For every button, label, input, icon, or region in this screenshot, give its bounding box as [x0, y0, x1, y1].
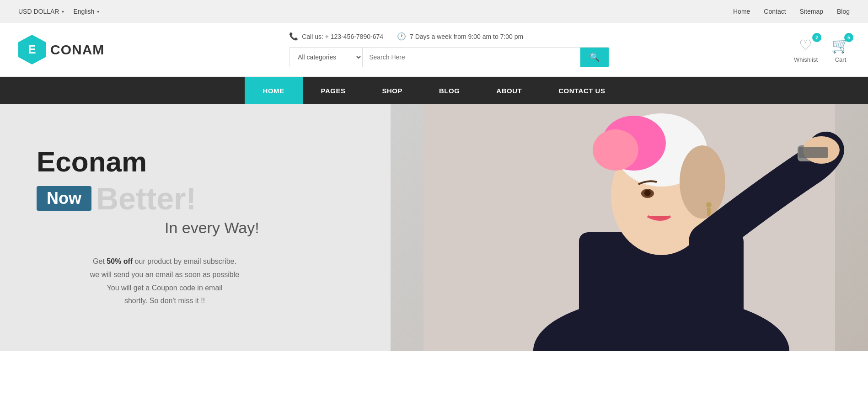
- hero-title-overlay: Now Better!: [37, 181, 293, 216]
- logo-hex: E: [18, 35, 46, 64]
- hero-description: Get 50% off our product by email subscri…: [37, 255, 293, 308]
- nav-item-pages[interactable]: PAGES: [303, 77, 364, 104]
- phone-icon: 📞: [289, 32, 298, 41]
- hero-desc-line2: we will send you an email as soon as pos…: [37, 268, 293, 282]
- top-bar-left: USD DOLLAR ▾ English ▾: [18, 8, 99, 15]
- hero-desc-line4: shortly. So don't miss it !!: [37, 294, 293, 308]
- currency-selector[interactable]: USD DOLLAR ▾: [18, 8, 64, 15]
- header: E CONAM 📞 Call us: + 123-456-7890-674 🕐 …: [0, 23, 868, 77]
- svg-point-10: [644, 190, 651, 196]
- search-bar: All categories 🔍: [289, 47, 609, 67]
- hero-better-text: Better!: [96, 181, 196, 216]
- hero-desc-line1: Get 50% off our product by email subscri…: [37, 255, 293, 268]
- main-navigation: HOME PAGES SHOP BLOG ABOUT CONTACT US: [0, 77, 868, 104]
- nav-item-contact-us[interactable]: CONTACT US: [540, 77, 623, 104]
- svg-point-13: [706, 202, 712, 208]
- nav-item-about[interactable]: ABOUT: [478, 77, 540, 104]
- hero-now-badge: Now: [37, 186, 91, 211]
- hours-label: 7 Days a week from 9:00 am to 7:00 pm: [410, 33, 523, 40]
- header-right: ♡ 2 Whishlist 🛒 5 Cart: [794, 37, 850, 63]
- hero-section: Econam Now Better! In every Way! Get 50%…: [0, 104, 868, 351]
- currency-dropdown-arrow: ▾: [62, 9, 64, 14]
- wishlist-badge: 2: [812, 33, 821, 42]
- nav-item-shop[interactable]: SHOP: [364, 77, 421, 104]
- nav-link-blog[interactable]: Blog: [837, 8, 850, 15]
- phone-info: 📞 Call us: + 123-456-7890-674: [289, 32, 383, 41]
- language-dropdown-arrow: ▾: [97, 9, 99, 14]
- cart-label: Cart: [835, 56, 847, 63]
- hero-image: [391, 104, 868, 351]
- logo-text: CONAM: [50, 42, 104, 58]
- logo-letter: E: [28, 43, 36, 57]
- heart-icon: ♡: [799, 37, 812, 54]
- svg-rect-14: [707, 208, 711, 216]
- cart-button[interactable]: 🛒 5 Cart: [831, 37, 850, 63]
- header-center: 📞 Call us: + 123-456-7890-674 🕐 7 Days a…: [289, 32, 609, 67]
- nav-link-sitemap[interactable]: Sitemap: [800, 8, 823, 15]
- clock-icon: 🕐: [397, 32, 406, 41]
- top-bar: USD DOLLAR ▾ English ▾ Home Contact Site…: [0, 0, 868, 23]
- svg-point-8: [680, 145, 725, 219]
- hero-subtitle: In every Way!: [165, 219, 293, 237]
- hero-title-main: Econam: [37, 148, 293, 176]
- currency-label: USD DOLLAR: [18, 8, 59, 15]
- search-button[interactable]: 🔍: [580, 48, 609, 67]
- language-label: English: [73, 8, 94, 15]
- nav-item-blog[interactable]: BLOG: [421, 77, 478, 104]
- nav-link-home[interactable]: Home: [733, 8, 750, 15]
- top-bar-nav: Home Contact Sitemap Blog: [733, 8, 850, 15]
- cart-badge: 5: [844, 33, 853, 42]
- contact-info: 📞 Call us: + 123-456-7890-674 🕐 7 Days a…: [289, 32, 609, 41]
- hero-content: Econam Now Better! In every Way! Get 50%…: [0, 120, 329, 335]
- nav-item-home[interactable]: HOME: [245, 77, 303, 104]
- phone-label: Call us: + 123-456-7890-674: [302, 33, 383, 40]
- svg-point-7: [593, 129, 638, 171]
- wishlist-label: Whishlist: [794, 56, 818, 63]
- hours-info: 🕐 7 Days a week from 9:00 am to 7:00 pm: [397, 32, 523, 41]
- svg-rect-15: [798, 147, 828, 158]
- search-input[interactable]: [363, 48, 580, 67]
- wishlist-button[interactable]: ♡ 2 Whishlist: [794, 37, 818, 63]
- logo[interactable]: E CONAM: [18, 35, 104, 64]
- language-selector[interactable]: English ▾: [73, 8, 99, 15]
- search-category-select[interactable]: All categories: [289, 48, 363, 67]
- nav-link-contact[interactable]: Contact: [764, 8, 786, 15]
- hero-desc-line3: You will get a Coupon code in email: [37, 282, 293, 295]
